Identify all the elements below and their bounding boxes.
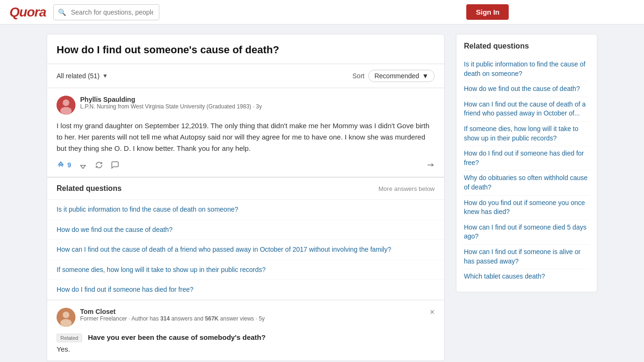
- tom-answer-text: Yes.: [57, 345, 435, 353]
- tom-author-row: Tom Closet Former Freelancer · Author ha…: [57, 308, 265, 327]
- sidebar-link-6[interactable]: How do you find out if someone you once …: [464, 196, 589, 220]
- related-questions-card: Related questions More answers below Is …: [47, 178, 445, 300]
- comment-button[interactable]: [111, 161, 119, 169]
- sort-value: Recommended: [374, 72, 419, 80]
- upvote-icon: [57, 161, 65, 169]
- header: Quora 🔍 Sign In: [0, 0, 644, 25]
- author-name: Phyllis Spaulding: [80, 96, 435, 103]
- sidebar-link-5[interactable]: Why do obituaries so often withhold caus…: [464, 171, 589, 195]
- question-card: How do I find out someone's cause of dea…: [47, 34, 445, 178]
- author-bio: L.P.N. Nursing from West Virginia State …: [80, 103, 435, 110]
- sidebar-link-9[interactable]: Which tablet causes death?: [464, 269, 589, 284]
- action-bar: 9: [57, 161, 435, 169]
- refresh-button[interactable]: [95, 161, 103, 169]
- related-question-inline: Have you ever been the cause of somebody…: [88, 333, 265, 341]
- main-column: How do I find out someone's cause of dea…: [47, 34, 445, 361]
- more-answers-label: More answers below: [379, 185, 435, 192]
- author-info: Phyllis Spaulding L.P.N. Nursing from We…: [80, 96, 435, 110]
- related-question-row: Related Have you ever been the cause of …: [57, 333, 435, 342]
- svg-point-1: [63, 99, 69, 106]
- sort-label: Sort: [353, 72, 365, 80]
- related-link-2[interactable]: How can I find out the cause of death of…: [47, 240, 444, 260]
- all-related-filter[interactable]: All related (51) ▼: [57, 72, 108, 80]
- related-questions-title: Related questions: [57, 184, 122, 193]
- all-related-label: All related (51): [57, 72, 99, 80]
- chevron-down-icon: ▼: [102, 73, 108, 79]
- sidebar-title: Related questions: [464, 42, 589, 50]
- sort-dropdown[interactable]: Recommended ▼: [368, 70, 435, 82]
- downvote-button[interactable]: [79, 161, 87, 169]
- sidebar-link-4[interactable]: How do I find out if someone has died fo…: [464, 146, 589, 171]
- answer-card-phyllis: Phyllis Spaulding L.P.N. Nursing from We…: [47, 88, 444, 177]
- upvote-button[interactable]: 9: [57, 161, 71, 169]
- sidebar-link-2[interactable]: How can I find out the cause of death of…: [464, 97, 589, 122]
- related-header: Related questions More answers below: [47, 178, 444, 200]
- avatar: [57, 96, 75, 115]
- main-container: How do I find out someone's cause of dea…: [39, 25, 605, 362]
- downvote-icon: [79, 161, 87, 169]
- related-link-3[interactable]: If someone dies, how long will it take t…: [47, 260, 444, 280]
- author-row: Phyllis Spaulding L.P.N. Nursing from We…: [57, 96, 435, 115]
- related-link-4[interactable]: How do I find out if someone has died fo…: [47, 280, 444, 300]
- related-badge: Related: [57, 334, 82, 342]
- chevron-down-icon: ▼: [422, 72, 429, 80]
- sidebar-link-3[interactable]: If someone dies, how long will it take t…: [464, 122, 589, 146]
- sidebar-link-8[interactable]: How can I find out if someone is alive o…: [464, 245, 589, 269]
- avatar: [57, 308, 75, 327]
- answer-text: I lost my grand daughter on September 12…: [57, 120, 435, 154]
- sidebar-card: Related questions Is it public informati…: [456, 34, 597, 292]
- tom-author-bio: Former Freelancer · Author has 314 answe…: [80, 315, 265, 322]
- search-wrapper: 🔍: [53, 4, 459, 20]
- sidebar-link-7[interactable]: How can I find out if someone died 5 day…: [464, 220, 589, 245]
- search-input[interactable]: [53, 4, 159, 20]
- sidebar: Related questions Is it public informati…: [456, 34, 597, 292]
- tom-author-name: Tom Closet: [80, 308, 265, 315]
- refresh-icon: [95, 161, 103, 169]
- sort-area: Sort Recommended ▼: [353, 70, 435, 82]
- question-title: How do I find out someone's cause of dea…: [47, 34, 444, 64]
- svg-point-5: [60, 319, 72, 327]
- quora-logo: Quora: [9, 5, 46, 20]
- comment-icon: [111, 161, 119, 169]
- related-link-1[interactable]: How do we find out the cause of death?: [47, 220, 444, 240]
- sidebar-link-1[interactable]: How do we find out the cause of death?: [464, 82, 589, 97]
- related-link-0[interactable]: Is it public information to find the cau…: [47, 200, 444, 220]
- filter-bar: All related (51) ▼ Sort Recommended ▼: [47, 64, 444, 88]
- upvote-count: 9: [67, 161, 71, 169]
- share-button[interactable]: [426, 161, 435, 169]
- close-button[interactable]: ×: [429, 308, 435, 316]
- tom-author-info: Tom Closet Former Freelancer · Author ha…: [80, 308, 265, 322]
- share-icon: [426, 161, 435, 169]
- avatar-image: [57, 96, 75, 115]
- answer-card-tom: Tom Closet Former Freelancer · Author ha…: [47, 300, 445, 361]
- sign-in-button[interactable]: Sign In: [466, 4, 509, 20]
- svg-point-4: [63, 312, 69, 318]
- sidebar-link-0[interactable]: Is it public information to find the cau…: [464, 57, 589, 82]
- tom-answer-header: Tom Closet Former Freelancer · Author ha…: [57, 308, 435, 329]
- svg-point-2: [60, 107, 72, 115]
- tom-avatar-image: [57, 308, 75, 327]
- search-icon: 🔍: [58, 8, 66, 16]
